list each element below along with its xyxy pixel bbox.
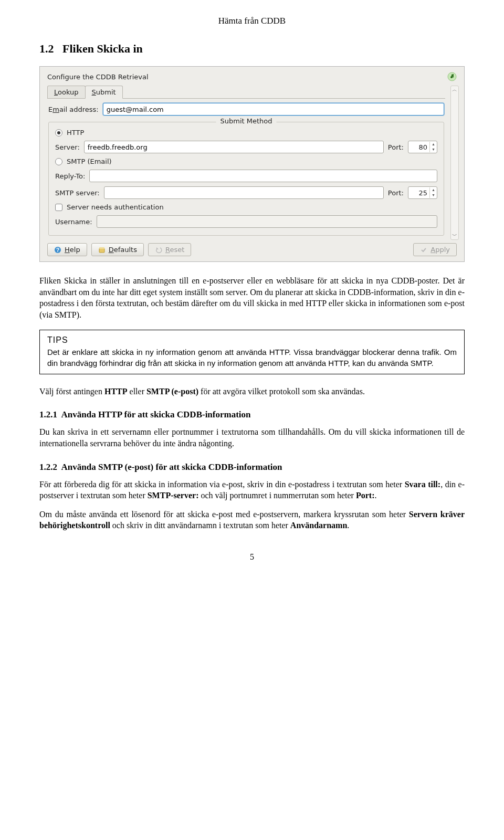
submit-method-legend: Submit Method [216, 117, 276, 125]
music-cd-icon [447, 72, 457, 81]
email-label: Email address: [48, 106, 99, 113]
page-header: Hämta från CDDB [39, 16, 465, 26]
server-label: Server: [55, 143, 80, 151]
submit-method-group: Submit Method HTTP Server: Port: 80 [48, 122, 444, 236]
paragraph-http: Du kan skriva in ett servernamn eller po… [39, 426, 465, 449]
paragraph-smtp-auth: Om du måste använda ett lösenord för att… [39, 509, 465, 531]
page-number: 5 [39, 552, 465, 562]
subsection-smtp: 1.2.2 Använda SMTP (e-post) för att skic… [39, 462, 465, 472]
username-label: Username: [55, 218, 92, 226]
check-icon [420, 246, 427, 254]
help-button[interactable]: ? Help [47, 243, 87, 256]
reply-to-label: Reply-To: [55, 172, 85, 180]
username-field[interactable] [97, 215, 437, 228]
reply-to-field[interactable] [89, 170, 437, 182]
help-icon: ? [54, 246, 61, 254]
http-port-spinbox[interactable]: 80 ▴▾ [408, 141, 437, 153]
radio-smtp-label: SMTP (Email) [67, 158, 112, 165]
svg-rect-3 [99, 248, 104, 253]
defaults-button[interactable]: Defaults [91, 243, 144, 256]
scroll-down-icon: ﹀ [452, 233, 457, 238]
section-heading: 1.2 Fliken Skicka in [39, 42, 465, 56]
tab-submit[interactable]: Submit [85, 86, 123, 99]
tips-box: TIPS Det är enklare att skicka in ny inf… [39, 330, 465, 374]
radio-smtp[interactable] [55, 158, 62, 165]
svg-rect-4 [99, 247, 104, 249]
cddb-config-screenshot: Configure the CDDB Retrieval Lookup Subm… [39, 66, 465, 262]
radio-http-label: HTTP [67, 129, 84, 136]
http-server-field[interactable] [84, 141, 384, 153]
smtp-server-label: SMTP server: [55, 189, 100, 197]
smtp-server-field[interactable] [104, 186, 384, 199]
email-field[interactable] [103, 103, 444, 116]
subsection-http: 1.2.1 Använda HTTP för att skicka CDDB-i… [39, 410, 465, 420]
apply-button[interactable]: Apply [413, 243, 457, 256]
paragraph-intro: Fliken Skicka in ställer in anslutningen… [39, 275, 465, 320]
radio-http[interactable] [55, 129, 62, 136]
tips-body: Det är enklare att skicka in ny informat… [47, 347, 457, 369]
section-title: Fliken Skicka in [62, 42, 143, 55]
reset-button[interactable]: Reset [148, 243, 191, 256]
auth-checkbox[interactable] [55, 204, 62, 211]
scrollbar[interactable]: ︿ ﹀ [450, 86, 459, 240]
smtp-port-spinbox[interactable]: 25 ▴▾ [408, 186, 437, 199]
paragraph-smtp-prep: För att förbereda dig för att skicka in … [39, 479, 465, 501]
tips-title: TIPS [47, 335, 457, 345]
undo-icon [155, 246, 162, 254]
http-port-label: Port: [388, 143, 404, 151]
dialog-title: Configure the CDDB Retrieval [47, 73, 149, 81]
section-number: 1.2 [39, 42, 54, 55]
smtp-port-label: Port: [388, 189, 404, 197]
svg-text:?: ? [56, 247, 59, 253]
tab-lookup[interactable]: Lookup [47, 86, 86, 98]
defaults-icon [98, 246, 106, 254]
auth-label: Server needs authentication [67, 203, 164, 211]
scroll-up-icon: ︿ [452, 87, 457, 92]
paragraph-choose: Välj först antingen HTTP eller SMTP (e-p… [39, 386, 465, 397]
